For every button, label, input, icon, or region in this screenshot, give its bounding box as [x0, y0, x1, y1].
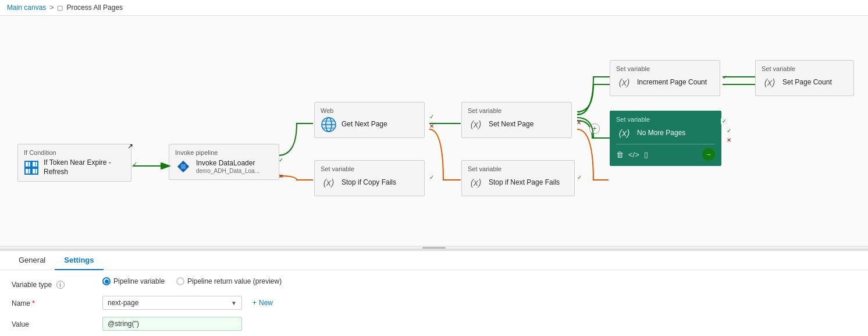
bottom-panel: General Settings Variable type i Pipelin… — [0, 249, 868, 336]
copy-icon[interactable]: ▯ — [644, 150, 648, 159]
code-icon[interactable]: </> — [628, 150, 639, 159]
set-stop-copy-header: Set variable — [321, 165, 418, 172]
no-more-fail: ✕ — [727, 137, 731, 143]
web-header: Web — [321, 107, 418, 114]
delete-icon[interactable]: 🗑 — [616, 150, 624, 159]
set-var-icon6: (x) — [616, 125, 632, 142]
panel-tabs: General Settings — [0, 251, 868, 270]
set-next-page-header: Set variable — [468, 107, 565, 114]
stop-next-success: ✓ — [577, 174, 582, 181]
radio-pipeline[interactable]: Pipeline variable — [102, 277, 165, 285]
no-more-pages-node[interactable]: Set variable (x) No More Pages ✓ ✕ ✓ 🗑 <… — [610, 111, 721, 166]
arrows-svg — [0, 16, 868, 246]
next-page-success: ✓ — [577, 110, 581, 116]
web-success: ✓ — [429, 114, 434, 120]
set-page-count-header: Set variable — [762, 65, 848, 72]
variable-type-label: Variable type i — [12, 277, 93, 289]
tab-general[interactable]: General — [9, 251, 55, 270]
set-next-page-label: Set Next Page — [489, 120, 533, 129]
svg-rect-5 — [25, 168, 31, 174]
invoke-pipeline-label: Invoke DataLoader — [196, 159, 259, 168]
if-condition-icon — [24, 160, 39, 176]
connector-svg — [0, 16, 868, 246]
if-condition-header: If Condition — [24, 149, 125, 156]
name-label: Name * — [12, 296, 93, 307]
plus-button[interactable]: + — [589, 123, 600, 134]
go-button[interactable]: → — [702, 148, 715, 161]
svg-rect-4 — [32, 161, 38, 167]
set-stop-copy-node[interactable]: Set variable (x) Stop if Copy Fails — [314, 160, 425, 196]
plus-icon: + — [252, 299, 257, 307]
set-page-count-label: Set Page Count — [782, 78, 832, 87]
set-stop-next-node[interactable]: Set variable (x) Stop if Next Page Fails — [461, 160, 575, 196]
increment-page-label: Increment Page Count — [637, 78, 707, 87]
radio-pipeline-circle[interactable] — [102, 277, 111, 285]
no-more-pages-header: Set variable — [616, 116, 715, 123]
breadcrumb: Main canvas > ▢ Process All Pages — [0, 0, 868, 16]
invoke-fail: ✕ — [279, 173, 283, 179]
invoke-success: ✓ — [279, 157, 283, 163]
radio-return-circle[interactable] — [176, 277, 184, 285]
set-page-count-node[interactable]: Set variable (x) Set Page Count — [755, 60, 854, 96]
panel-content: Variable type i Pipeline variable Pipeli… — [0, 270, 868, 336]
name-row: Name * next-page ▼ + New — [12, 296, 856, 310]
increment-page-header: Set variable — [616, 65, 714, 72]
set-var-icon4: (x) — [616, 75, 632, 91]
if-condition-label: If Token Near Expire - Refresh — [44, 158, 125, 176]
variable-type-row: Variable type i Pipeline variable Pipeli… — [12, 277, 856, 289]
svg-rect-6 — [32, 168, 38, 174]
svg-rect-13 — [181, 164, 186, 169]
invoke-pipeline-sublabel: demo_ADH_Data_Loa... — [196, 168, 259, 174]
expand-icon[interactable]: ↗ — [127, 142, 133, 150]
increment-success: ✓ — [723, 74, 727, 80]
set-var-icon1: (x) — [321, 175, 337, 191]
set-var-icon5: (x) — [762, 75, 778, 91]
breadcrumb-sep: > — [49, 3, 54, 12]
web-fail: ✕ — [429, 123, 434, 129]
radio-return[interactable]: Pipeline return value (preview) — [176, 277, 282, 285]
no-more-pages-label: No More Pages — [637, 129, 685, 138]
set-var-icon2: (x) — [468, 116, 484, 133]
node-actions: 🗑 </> ▯ → — [616, 144, 715, 161]
page-title: Process All Pages — [66, 3, 123, 12]
name-select[interactable]: next-page ▼ — [102, 296, 242, 310]
tab-settings[interactable]: Settings — [55, 251, 103, 270]
no-more-check-top: ✓ — [721, 118, 728, 124]
resizer-handle — [422, 247, 446, 249]
no-more-success: ✓ — [727, 128, 731, 134]
name-required: * — [32, 299, 35, 307]
info-icon[interactable]: i — [56, 281, 65, 289]
set-stop-next-header: Set variable — [468, 165, 568, 172]
value-label: Value — [12, 317, 93, 328]
set-var-icon3: (x) — [468, 175, 484, 191]
radio-dot — [105, 280, 109, 284]
page-icon: ▢ — [57, 4, 63, 12]
invoke-pipeline-icon — [175, 158, 191, 175]
if-success-check: ✓ — [133, 161, 137, 167]
if-condition-node[interactable]: If Condition If Token Near Expire - Refr… — [17, 144, 131, 182]
value-input[interactable]: @string('') — [102, 317, 242, 331]
invoke-pipeline-node[interactable]: Invoke pipeline Invoke DataLoader demo_A… — [169, 144, 279, 180]
canvas-area: If Condition If Token Near Expire - Refr… — [0, 16, 868, 246]
web-label: Get Next Page — [341, 120, 387, 129]
increment-page-node[interactable]: Set variable (x) Increment Page Count — [610, 60, 720, 96]
web-icon — [321, 116, 337, 133]
select-arrow: ▼ — [231, 300, 237, 306]
radio-group: Pipeline variable Pipeline return value … — [102, 277, 282, 285]
set-stop-next-label: Stop if Next Page Fails — [489, 178, 560, 188]
next-page-fail: ✕ — [577, 119, 581, 126]
main-canvas-link[interactable]: Main canvas — [7, 3, 46, 12]
set-stop-copy-label: Stop if Copy Fails — [341, 178, 396, 188]
set-next-page-node[interactable]: Set variable (x) Set Next Page — [461, 102, 572, 138]
svg-rect-3 — [25, 161, 31, 167]
invoke-pipeline-header: Invoke pipeline — [175, 149, 273, 156]
value-row: Value @string('') — [12, 317, 856, 331]
new-button[interactable]: + New — [252, 299, 273, 307]
stop-copy-success: ✓ — [429, 174, 434, 181]
web-node[interactable]: Web Get Next Page — [314, 102, 425, 138]
